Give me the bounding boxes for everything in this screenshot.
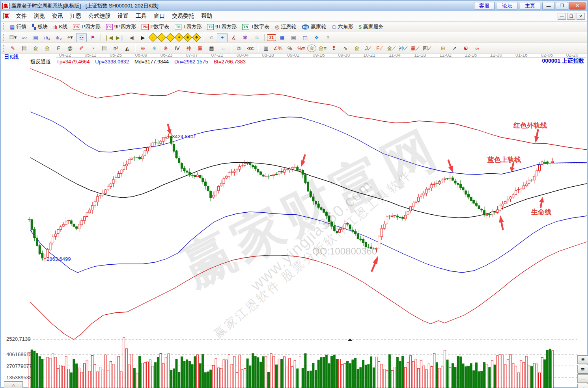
bars-3-icon-button[interactable]: ılı₃ xyxy=(42,33,52,42)
infinity-icon-button[interactable]: ∞ xyxy=(472,44,483,53)
ying-tool-icon-button[interactable]: 赢 xyxy=(195,44,205,53)
home-button[interactable]: 主页 xyxy=(520,2,540,9)
percent-lines-icon-button[interactable]: %≡ xyxy=(296,44,306,53)
yinyang-icon-button[interactable]: ☯ xyxy=(461,44,471,53)
f-angle-icon-button[interactable]: F⟋ xyxy=(374,44,385,53)
toolbar-grip[interactable] xyxy=(3,34,5,41)
kline-button[interactable]: ılıK线 xyxy=(50,23,70,30)
pen-red-icon-button[interactable]: ✎ xyxy=(7,44,18,53)
quotes-button[interactable]: ▦行情 xyxy=(7,23,29,30)
target-red-icon-button[interactable]: ⊕ xyxy=(138,44,148,53)
diamond-right-icon-button[interactable]: → xyxy=(157,33,166,42)
menu-文件[interactable]: 文件 xyxy=(12,12,30,20)
tick-ruler-2-icon-button[interactable]: 卌 xyxy=(99,44,110,53)
gold-gate-1-icon-button[interactable]: 金 xyxy=(30,44,41,53)
snapshot-icon-button[interactable]: ⌗ xyxy=(323,33,333,42)
gold-angle-icon-button[interactable]: 金⟋ xyxy=(386,44,397,53)
trend-chart-icon-button[interactable]: ↗ xyxy=(449,44,460,53)
calculator-icon-button[interactable]: ▦ xyxy=(277,33,287,42)
percent-slope-icon-button[interactable]: ∠% xyxy=(272,44,284,53)
volume-zoom-button-2[interactable]: — xyxy=(577,374,588,383)
mdi-restore-button[interactable]: ❐ xyxy=(567,13,575,20)
notes-icon-button[interactable]: ▤ xyxy=(288,33,299,42)
crosshair-tool-icon-button[interactable]: ＋ xyxy=(217,33,228,42)
spiral-icon-button[interactable]: @ xyxy=(65,44,75,53)
close-button[interactable]: ✕ xyxy=(569,2,586,10)
mdi-minimize-button[interactable]: — xyxy=(558,13,566,20)
wave-overlay-icon-button[interactable]: 〰 xyxy=(19,33,30,42)
step-prev-icon-button[interactable]: ◀ xyxy=(126,33,137,42)
red-rays-icon-button[interactable]: ⋘ xyxy=(245,44,256,53)
pattern-red-icon-button[interactable]: ☲ xyxy=(76,33,87,42)
hand-tool-icon-button[interactable]: ☜ xyxy=(205,33,216,42)
go-last-icon-button[interactable]: ▶❘ xyxy=(115,33,125,42)
web-share-icon-button[interactable]: ❖ xyxy=(311,33,322,42)
histogram-flag-icon-button[interactable]: ⚑ xyxy=(88,33,98,42)
sectors-button[interactable]: ▚板块 xyxy=(29,23,50,30)
p-number-table-button[interactable]: PNP数字表 xyxy=(139,23,172,30)
box-frame-icon-button[interactable]: ⧉ xyxy=(233,44,244,53)
mirror-fold-icon-button[interactable]: ◭ xyxy=(122,44,133,53)
hexagon-button[interactable]: ⬡六角形 xyxy=(329,23,356,30)
percent-icon-button[interactable]: % xyxy=(284,44,295,53)
volume-zoom-button-1[interactable]: 〓 xyxy=(577,365,588,373)
gold-underline-icon-button[interactable]: 金 xyxy=(351,44,362,53)
toolbar-grip[interactable] xyxy=(3,23,5,30)
go-first-icon-button[interactable]: ❘◀ xyxy=(103,33,114,42)
wave-measure-icon-button[interactable]: ∿ xyxy=(340,44,351,53)
volume-zoom-button-3[interactable]: ⊸ xyxy=(577,384,588,388)
9t-square-button[interactable]: T99T四方形 xyxy=(204,23,239,30)
menu-窗口[interactable]: 窗口 xyxy=(150,12,168,20)
service-button[interactable]: 客服 xyxy=(474,2,495,9)
winner-service-button[interactable]: $赢家服务 xyxy=(356,23,386,30)
period-select-icon-button[interactable]: 日▾ xyxy=(7,33,18,42)
four-angle-icon-button[interactable]: 四⟋ xyxy=(422,44,433,53)
web-grid-icon-button[interactable]: ❋ xyxy=(161,44,171,53)
winner-wheel-button[interactable]: Big赢家轮 xyxy=(299,23,329,30)
minimize-button[interactable]: — xyxy=(542,2,555,10)
diamond-left-right-icon-button[interactable]: ↔ xyxy=(166,33,175,42)
shen-angle-icon-button[interactable]: 神⟋ xyxy=(398,44,409,53)
grid-123-icon-button[interactable]: ▦ xyxy=(206,44,217,53)
pen-red-2-icon-button[interactable]: ✐ xyxy=(76,44,87,53)
shen-tool-icon-button[interactable]: 神 xyxy=(183,44,194,53)
diamond-left-icon-button[interactable]: ← xyxy=(149,33,158,42)
j-angle-icon-button[interactable]: J⟋ xyxy=(363,44,373,53)
menu-帮助[interactable]: 帮助 xyxy=(198,12,216,20)
toolbar-grip[interactable] xyxy=(3,45,5,52)
diamond-grid-icon-button[interactable]: ❖ xyxy=(192,33,201,42)
grid-marker-icon-button[interactable]: ⊞ xyxy=(438,44,448,53)
marker-pin-icon-button[interactable]: ⌖▾ xyxy=(65,33,75,42)
volume-zoom-button-0[interactable]: ≣ xyxy=(577,355,588,364)
forum-button[interactable]: 论坛 xyxy=(497,2,517,9)
n-squared-icon-button[interactable]: n² xyxy=(110,44,121,53)
tick-ruler-icon-button[interactable]: 卌 xyxy=(19,44,30,53)
calendar-icon-button[interactable]: 21 xyxy=(267,34,276,41)
menu-交易委托[interactable]: 交易委托 xyxy=(168,12,198,20)
ying-angle-icon-button[interactable]: 赢⟋ xyxy=(409,44,420,53)
gold-circle-icon-button[interactable]: 金 xyxy=(307,45,316,52)
t-number-table-button[interactable]: TNT数字表 xyxy=(239,23,272,30)
menu-江恩[interactable]: 江恩 xyxy=(67,12,85,20)
menu-浏览[interactable]: 浏览 xyxy=(30,12,49,20)
width-measure-icon-button[interactable]: ↔ xyxy=(218,44,228,53)
indicator-name[interactable]: 极反通道 xyxy=(30,59,51,65)
f-ruler-icon-button[interactable]: F xyxy=(53,44,64,53)
brush-red-icon-button[interactable]: ❢ xyxy=(329,44,339,53)
menu-公式选股[interactable]: 公式选股 xyxy=(85,12,114,20)
t-square-button[interactable]: TST四方形 xyxy=(172,23,204,30)
p-square-button[interactable]: PSP四方形 xyxy=(70,23,103,30)
star-web-icon-button[interactable]: ✳ xyxy=(149,44,160,53)
diamond-star-icon-button[interactable]: ✶ xyxy=(175,33,184,42)
step-next-icon-button[interactable]: ▶ xyxy=(138,33,148,42)
gann-box-tool-icon-button[interactable]: ✾ xyxy=(240,33,250,42)
info-list-icon-button[interactable]: ▤ xyxy=(30,33,41,42)
period-label[interactable]: 日K线 xyxy=(4,54,19,61)
measure-bars-icon-button[interactable]: ▥ xyxy=(261,44,271,53)
9p-square-button[interactable]: P99P四方形 xyxy=(103,23,139,30)
gold-lines-icon-button[interactable]: 金≡ xyxy=(317,44,328,53)
volume-scale-toggle-button[interactable]: △ xyxy=(4,381,23,388)
angle-tool-icon-button[interactable]: ∡ xyxy=(228,33,239,42)
save-icon-button[interactable]: ◱ xyxy=(300,33,310,42)
mdi-close-button[interactable]: ✕ xyxy=(577,13,585,20)
